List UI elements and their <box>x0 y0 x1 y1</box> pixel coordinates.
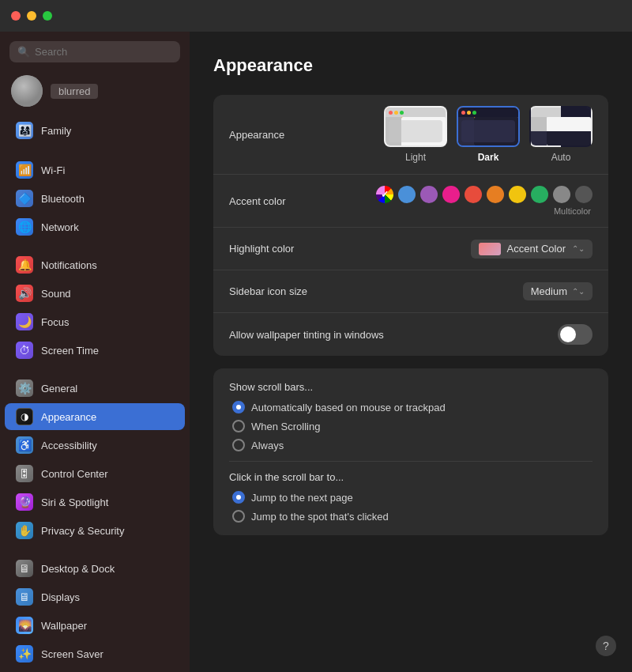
sidebar-icon-size-control: Medium ⌃⌄ <box>371 282 592 300</box>
displays-icon: 🖥 <box>16 588 33 606</box>
minimize-button[interactable] <box>27 11 36 21</box>
click-spot-option[interactable]: Jump to the spot that's clicked <box>232 510 592 523</box>
sidebar-label-bluetooth: Bluetooth <box>41 193 85 205</box>
sidebar-item-bluetooth[interactable]: 🔷 Bluetooth <box>5 185 185 212</box>
accent-color-label: Accent color <box>229 195 371 207</box>
sidebar-item-general[interactable]: ⚙️ General <box>5 375 185 402</box>
search-icon: 🔍 <box>17 46 30 58</box>
sidebar-icon-size-select[interactable]: Medium ⌃⌄ <box>523 282 592 300</box>
click-spot-radio[interactable] <box>232 510 245 523</box>
scroll-auto-option[interactable]: Automatically based on mouse or trackpad <box>232 401 592 413</box>
sidebar-item-screensaver[interactable]: ✨ Screen Saver <box>5 640 185 667</box>
scroll-auto-radio[interactable] <box>232 401 245 413</box>
accent-blue[interactable] <box>398 186 416 203</box>
sidebar-item-desktop[interactable]: 🖥 Desktop & Dock <box>5 555 185 582</box>
sidebar-label-family: Family <box>41 125 71 137</box>
appearance-thumb-auto <box>529 106 592 147</box>
click-nextpage-radio[interactable] <box>232 491 245 504</box>
close-button[interactable] <box>11 11 21 21</box>
scroll-scrolling-label: When Scrolling <box>251 421 320 432</box>
sidebar-item-wallpaper[interactable]: 🌄 Wallpaper <box>5 612 185 639</box>
sidebar-item-notifications[interactable]: 🔔 Notifications <box>5 251 185 278</box>
general-icon: ⚙️ <box>16 379 33 397</box>
scroll-always-option[interactable]: Always <box>232 439 592 451</box>
sidebar-item-focus[interactable]: 🌙 Focus <box>5 308 185 335</box>
sidebar-item-network[interactable]: 🌐 Network <box>5 213 185 240</box>
appearance-card: Appearance <box>213 95 608 356</box>
scroll-bars-section: Show scroll bars... Automatically based … <box>213 368 608 535</box>
wallpaper-tinting-toggle[interactable] <box>558 324 592 345</box>
privacy-icon: ✋ <box>16 522 33 539</box>
click-nextpage-label: Jump to the next page <box>251 492 353 504</box>
notifications-icon: 🔔 <box>16 256 33 274</box>
click-nextpage-option[interactable]: Jump to the next page <box>232 491 592 504</box>
sidebar-item-appearance[interactable]: ◑ Appearance <box>5 403 185 430</box>
click-spot-label: Jump to the spot that's clicked <box>251 511 389 523</box>
scroll-scrolling-option[interactable]: When Scrolling <box>232 420 592 432</box>
main-layout: 🔍 blurred 👨‍👩‍👧 Family 📶 Wi-Fi 🔷 Bluetoo… <box>0 32 632 672</box>
accent-yellow[interactable] <box>509 186 526 203</box>
sidebar-label-screensaver: Screen Saver <box>41 648 103 660</box>
wallpaper-tinting-label: Allow wallpaper tinting in windows <box>229 329 384 341</box>
help-button[interactable]: ? <box>596 636 616 656</box>
accent-space[interactable] <box>575 186 592 203</box>
sidebar-item-family[interactable]: 👨‍👩‍👧 Family <box>5 117 185 144</box>
wallpaper-icon: 🌄 <box>16 617 33 634</box>
sidebar-icon-size-label: Sidebar icon size <box>229 285 371 297</box>
avatar <box>11 75 43 107</box>
sidebar-label-general: General <box>41 383 77 395</box>
appearance-label-light: Light <box>405 152 426 163</box>
sidebar-label-wifi: Wi-Fi <box>41 164 65 176</box>
sidebar-label-network: Network <box>41 221 79 233</box>
sidebar-item-controlcenter[interactable]: 🎛 Control Center <box>5 460 185 487</box>
appearance-option-auto[interactable]: Auto <box>529 106 592 163</box>
accent-sublabel: Multicolor <box>554 206 591 216</box>
scroll-always-radio[interactable] <box>232 439 245 451</box>
color-dots <box>376 186 592 203</box>
user-name-label: blurred <box>51 84 98 99</box>
sidebar-item-battery[interactable]: 🔋 Battery <box>5 669 185 672</box>
scroll-always-label: Always <box>251 440 284 451</box>
family-icon: 👨‍👩‍👧 <box>16 122 33 139</box>
controlcenter-icon: 🎛 <box>16 465 33 482</box>
chevron-icon: ⌃⌄ <box>572 244 585 253</box>
sidebar-label-privacy: Privacy & Security <box>41 525 124 537</box>
scroll-bar-radio-group: Automatically based on mouse or trackpad… <box>232 401 592 451</box>
sidebar-section-top: 👨‍👩‍👧 Family <box>0 116 190 145</box>
accent-red[interactable] <box>465 186 482 203</box>
sidebar-item-wifi[interactable]: 📶 Wi-Fi <box>5 157 185 183</box>
highlight-color-select[interactable]: Accent Color ⌃⌄ <box>471 240 592 259</box>
screentime-icon: ⏱ <box>16 342 33 359</box>
sidebar-item-screentime[interactable]: ⏱ Screen Time <box>5 337 185 364</box>
accent-color-row: Accent color <box>213 175 608 228</box>
highlight-color-value: Accent Color <box>507 243 566 255</box>
sidebar-item-siri[interactable]: 🔮 Siri & Spotlight <box>5 489 185 515</box>
sidebar-item-accessibility[interactable]: ♿ Accessibility <box>5 432 185 459</box>
scroll-scrolling-radio[interactable] <box>232 420 245 432</box>
accent-purple[interactable] <box>420 186 438 203</box>
sidebar-item-displays[interactable]: 🖥 Displays <box>5 583 185 610</box>
search-input[interactable] <box>35 46 172 58</box>
sidebar-item-sound[interactable]: 🔊 Sound <box>5 280 185 307</box>
scroll-auto-label: Automatically based on mouse or trackpad <box>251 402 446 413</box>
sidebar-label-desktop: Desktop & Dock <box>41 563 115 575</box>
scroll-bars-card: Show scroll bars... Automatically based … <box>213 368 608 535</box>
sidebar-item-privacy[interactable]: ✋ Privacy & Security <box>5 517 185 544</box>
accent-orange[interactable] <box>487 186 504 203</box>
scroll-divider <box>229 461 592 462</box>
accent-pink[interactable] <box>442 186 460 203</box>
sidebar-label-wallpaper: Wallpaper <box>41 620 87 632</box>
sidebar-size-chevron-icon: ⌃⌄ <box>572 287 585 296</box>
appearance-label-auto: Auto <box>551 152 571 163</box>
maximize-button[interactable] <box>43 11 52 21</box>
bluetooth-icon: 🔷 <box>16 190 33 207</box>
appearance-option-light[interactable]: Light <box>384 106 447 163</box>
appearance-option-dark[interactable]: Dark <box>457 106 520 163</box>
sound-icon: 🔊 <box>16 285 33 302</box>
accent-multicolor[interactable] <box>376 186 393 203</box>
search-bar[interactable]: 🔍 <box>9 41 180 62</box>
sidebar-label-sound: Sound <box>41 288 71 300</box>
accent-green[interactable] <box>531 186 548 203</box>
accent-graphite[interactable] <box>553 186 570 203</box>
appearance-thumb-dark <box>457 106 520 147</box>
